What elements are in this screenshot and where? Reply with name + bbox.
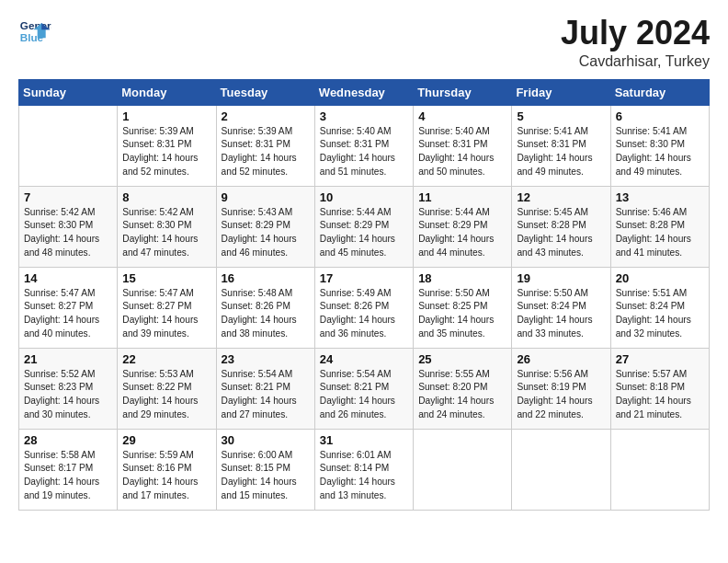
day-cell: 16Sunrise: 5:48 AMSunset: 8:26 PMDayligh… [216,267,314,348]
day-number: 13 [616,190,704,204]
day-number: 3 [320,109,408,123]
week-row-4: 21Sunrise: 5:52 AMSunset: 8:23 PMDayligh… [19,348,710,429]
day-number: 15 [122,271,210,285]
day-number: 25 [418,352,506,366]
logo-icon: General Blue [18,15,51,48]
day-info: Sunrise: 5:49 AMSunset: 8:26 PMDaylight:… [320,287,408,341]
day-info: Sunrise: 5:43 AMSunset: 8:29 PMDaylight:… [222,206,310,260]
week-row-3: 14Sunrise: 5:47 AMSunset: 8:27 PMDayligh… [19,267,710,348]
week-row-1: 1Sunrise: 5:39 AMSunset: 8:31 PMDaylight… [19,105,710,186]
week-row-5: 28Sunrise: 5:58 AMSunset: 8:17 PMDayligh… [19,429,710,510]
day-cell [512,429,610,510]
day-number: 27 [616,352,704,366]
day-cell: 28Sunrise: 5:58 AMSunset: 8:17 PMDayligh… [19,429,118,510]
day-cell [610,429,709,510]
week-row-2: 7Sunrise: 5:42 AMSunset: 8:30 PMDaylight… [19,186,710,267]
day-info: Sunrise: 5:48 AMSunset: 8:26 PMDaylight:… [222,287,310,341]
day-cell: 31Sunrise: 6:01 AMSunset: 8:14 PMDayligh… [314,429,413,510]
day-number: 11 [418,190,506,204]
day-cell: 26Sunrise: 5:56 AMSunset: 8:19 PMDayligh… [512,348,610,429]
day-info: Sunrise: 5:50 AMSunset: 8:25 PMDaylight:… [418,287,506,341]
day-cell: 1Sunrise: 5:39 AMSunset: 8:31 PMDaylight… [118,105,216,186]
subtitle: Cavdarhisar, Turkey [561,53,710,70]
day-info: Sunrise: 5:59 AMSunset: 8:16 PMDaylight:… [122,449,210,503]
day-info: Sunrise: 5:47 AMSunset: 8:27 PMDaylight:… [122,287,210,341]
day-cell: 14Sunrise: 5:47 AMSunset: 8:27 PMDayligh… [19,267,118,348]
header-wednesday: Wednesday [314,79,413,105]
day-cell: 12Sunrise: 5:45 AMSunset: 8:28 PMDayligh… [512,186,610,267]
calendar-table: Sunday Monday Tuesday Wednesday Thursday… [18,79,710,511]
day-number: 14 [24,271,112,285]
day-info: Sunrise: 5:56 AMSunset: 8:19 PMDaylight:… [517,368,605,422]
day-cell: 25Sunrise: 5:55 AMSunset: 8:20 PMDayligh… [414,348,512,429]
day-cell: 9Sunrise: 5:43 AMSunset: 8:29 PMDaylight… [216,186,314,267]
header-sunday: Sunday [19,79,118,105]
day-info: Sunrise: 6:00 AMSunset: 8:15 PMDaylight:… [222,449,310,503]
day-cell: 17Sunrise: 5:49 AMSunset: 8:26 PMDayligh… [314,267,413,348]
day-info: Sunrise: 5:45 AMSunset: 8:28 PMDaylight:… [517,206,605,260]
day-number: 26 [517,352,605,366]
header-saturday: Saturday [610,79,709,105]
day-cell [19,105,118,186]
day-number: 6 [616,109,704,123]
day-cell: 6Sunrise: 5:41 AMSunset: 8:30 PMDaylight… [610,105,709,186]
day-number: 29 [122,433,210,447]
day-number: 10 [320,190,408,204]
day-cell: 20Sunrise: 5:51 AMSunset: 8:24 PMDayligh… [610,267,709,348]
day-cell: 29Sunrise: 5:59 AMSunset: 8:16 PMDayligh… [118,429,216,510]
day-info: Sunrise: 5:50 AMSunset: 8:24 PMDaylight:… [517,287,605,341]
day-cell: 30Sunrise: 6:00 AMSunset: 8:15 PMDayligh… [216,429,314,510]
day-cell: 18Sunrise: 5:50 AMSunset: 8:25 PMDayligh… [414,267,512,348]
day-info: Sunrise: 5:53 AMSunset: 8:22 PMDaylight:… [122,368,210,422]
day-info: Sunrise: 5:47 AMSunset: 8:27 PMDaylight:… [24,287,112,341]
day-cell: 13Sunrise: 5:46 AMSunset: 8:28 PMDayligh… [610,186,709,267]
day-number: 17 [320,271,408,285]
day-cell: 3Sunrise: 5:40 AMSunset: 8:31 PMDaylight… [314,105,413,186]
day-info: Sunrise: 5:58 AMSunset: 8:17 PMDaylight:… [24,449,112,503]
day-info: Sunrise: 5:39 AMSunset: 8:31 PMDaylight:… [122,125,210,179]
day-number: 5 [517,109,605,123]
day-info: Sunrise: 5:54 AMSunset: 8:21 PMDaylight:… [320,368,408,422]
header: General Blue July 2024 Cavdarhisar, Turk… [18,15,710,70]
day-cell [414,429,512,510]
day-cell: 21Sunrise: 5:52 AMSunset: 8:23 PMDayligh… [19,348,118,429]
day-info: Sunrise: 5:51 AMSunset: 8:24 PMDaylight:… [616,287,704,341]
day-number: 12 [517,190,605,204]
header-monday: Monday [118,79,216,105]
title-area: July 2024 Cavdarhisar, Turkey [561,15,710,70]
day-cell: 27Sunrise: 5:57 AMSunset: 8:18 PMDayligh… [610,348,709,429]
day-number: 22 [122,352,210,366]
day-cell: 11Sunrise: 5:44 AMSunset: 8:29 PMDayligh… [414,186,512,267]
day-info: Sunrise: 5:54 AMSunset: 8:21 PMDaylight:… [222,368,310,422]
day-info: Sunrise: 5:57 AMSunset: 8:18 PMDaylight:… [616,368,704,422]
header-thursday: Thursday [414,79,512,105]
day-cell: 23Sunrise: 5:54 AMSunset: 8:21 PMDayligh… [216,348,314,429]
day-info: Sunrise: 5:41 AMSunset: 8:30 PMDaylight:… [616,125,704,179]
day-number: 2 [222,109,310,123]
calendar-body: 1Sunrise: 5:39 AMSunset: 8:31 PMDaylight… [19,105,710,510]
weekday-row: Sunday Monday Tuesday Wednesday Thursday… [19,79,710,105]
logo: General Blue [18,15,53,48]
day-cell: 15Sunrise: 5:47 AMSunset: 8:27 PMDayligh… [118,267,216,348]
day-number: 9 [222,190,310,204]
header-tuesday: Tuesday [216,79,314,105]
day-number: 20 [616,271,704,285]
day-number: 18 [418,271,506,285]
main-title: July 2024 [561,15,710,52]
day-number: 16 [222,271,310,285]
day-info: Sunrise: 6:01 AMSunset: 8:14 PMDaylight:… [320,449,408,503]
page: General Blue July 2024 Cavdarhisar, Turk… [0,0,728,563]
day-cell: 8Sunrise: 5:42 AMSunset: 8:30 PMDaylight… [118,186,216,267]
calendar-header: Sunday Monday Tuesday Wednesday Thursday… [19,79,710,105]
day-info: Sunrise: 5:44 AMSunset: 8:29 PMDaylight:… [418,206,506,260]
day-cell: 24Sunrise: 5:54 AMSunset: 8:21 PMDayligh… [314,348,413,429]
day-number: 8 [122,190,210,204]
day-cell: 4Sunrise: 5:40 AMSunset: 8:31 PMDaylight… [414,105,512,186]
day-cell: 5Sunrise: 5:41 AMSunset: 8:31 PMDaylight… [512,105,610,186]
day-cell: 10Sunrise: 5:44 AMSunset: 8:29 PMDayligh… [314,186,413,267]
day-cell: 19Sunrise: 5:50 AMSunset: 8:24 PMDayligh… [512,267,610,348]
day-number: 7 [24,190,112,204]
day-info: Sunrise: 5:40 AMSunset: 8:31 PMDaylight:… [418,125,506,179]
day-info: Sunrise: 5:52 AMSunset: 8:23 PMDaylight:… [24,368,112,422]
day-info: Sunrise: 5:39 AMSunset: 8:31 PMDaylight:… [222,125,310,179]
